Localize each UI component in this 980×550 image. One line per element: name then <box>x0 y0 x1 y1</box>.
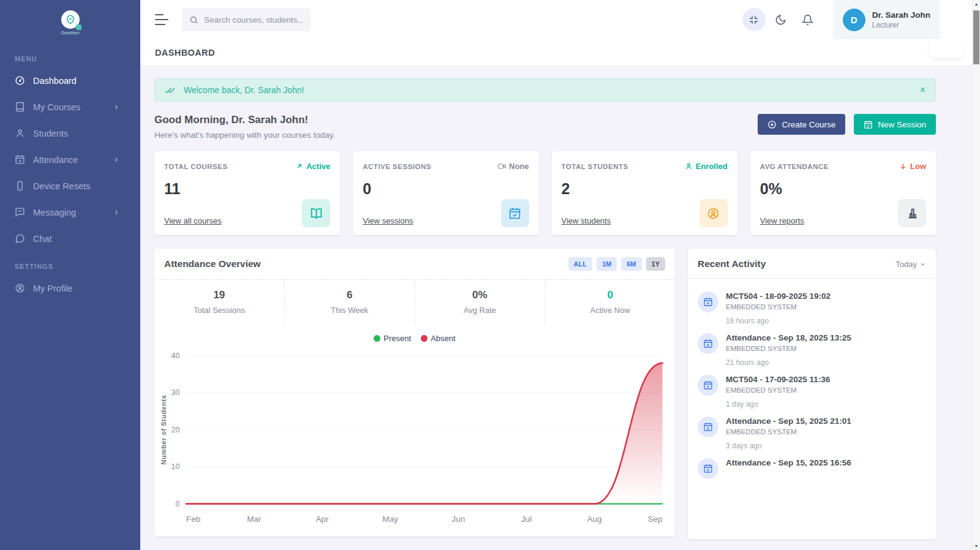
scroll-up-arrow[interactable]: ▲ <box>973 2 980 6</box>
dark-mode-toggle-button[interactable] <box>769 8 793 31</box>
view-students-link[interactable]: View students <box>562 216 611 225</box>
chevron-right-icon <box>113 104 120 111</box>
stat-active-now: 0 <box>545 289 675 301</box>
svg-text:Jun: Jun <box>451 514 465 524</box>
legend-label-present: Present <box>383 334 411 343</box>
list-item[interactable]: Attendance - Sep 18, 2025 13:25EMBEDDED … <box>698 325 926 367</box>
svg-text:Apr: Apr <box>316 514 330 524</box>
legend-dot-present <box>374 335 380 342</box>
sidebar-item-messaging[interactable]: Messaging <box>0 199 140 225</box>
sidebar-item-device-resets[interactable]: Device Resets <box>0 173 140 199</box>
logo-text: Geotten <box>61 30 80 36</box>
panel-title: Recent Activity <box>698 258 766 269</box>
dashboard-icon <box>15 75 25 86</box>
book-icon <box>15 102 25 112</box>
user-circle-icon <box>15 283 25 293</box>
message-icon <box>15 207 25 217</box>
close-icon[interactable]: × <box>920 85 925 95</box>
vertical-scrollbar[interactable]: ▲ ▼ <box>972 0 980 550</box>
user-name: Dr. Sarah John <box>872 10 930 20</box>
stat-value: 2 <box>562 180 728 198</box>
svg-text:Aug: Aug <box>587 514 601 524</box>
sidebar-item-chat[interactable]: Chat <box>0 225 140 252</box>
page-content: Welcome back, Dr. Sarah John! × Good Mor… <box>140 66 980 550</box>
svg-text:Jul: Jul <box>521 514 532 524</box>
sidebar-item-students[interactable]: Students <box>0 120 140 146</box>
list-item[interactable]: MCT504 - 17-09-2025 11:36EMBEDDED SYSTEM… <box>698 367 926 409</box>
activity-filter-dropdown[interactable]: Today <box>895 260 926 269</box>
new-session-button[interactable]: New Session <box>854 114 936 135</box>
stat-card-avg-attendance: AVG ATTENDANCE Low 0% View reports <box>750 151 936 235</box>
user-menu[interactable]: D Dr. Sarah John Lecturer <box>833 0 940 39</box>
fullscreen-toggle-button[interactable] <box>742 8 766 31</box>
logo-badge <box>76 24 81 30</box>
scrollbar-thumb[interactable] <box>973 10 979 64</box>
trend-up-icon <box>295 162 303 170</box>
view-sessions-link[interactable]: View sessions <box>363 216 413 225</box>
attendance-chart: 010203040FebMarAprMayJunJulAugSepNumber … <box>154 343 675 530</box>
banner-message: Welcome back, Dr. Sarah John! <box>184 85 304 95</box>
recent-activity-panel: Recent Activity Today MCT504 - 18-09-202… <box>688 249 936 540</box>
video-icon <box>498 162 506 170</box>
panel-title: Attendance Overview <box>164 258 261 269</box>
list-item[interactable]: MCT504 - 18-09-2025 19:02EMBEDDED SYSTEM… <box>698 284 926 325</box>
stat-cards-row: TOTAL COURSES Active 11 View all courses <box>154 151 936 235</box>
logo-pin-icon <box>61 10 80 29</box>
svg-text:Sep: Sep <box>647 514 662 524</box>
legend-label-absent: Absent <box>431 334 455 343</box>
stat-card-active-sessions: ACTIVE SESSIONS None 0 View sessions <box>353 151 538 235</box>
tab-all[interactable]: ALL <box>568 257 592 271</box>
status-badge: Low <box>899 162 926 171</box>
page-title-bar: DASHBOARD <box>140 39 980 66</box>
sidebar-item-dashboard[interactable]: Dashboard <box>0 67 140 94</box>
scroll-down-arrow[interactable]: ▼ <box>973 544 980 548</box>
device-icon <box>15 181 25 191</box>
svg-text:Number of Students: Number of Students <box>160 395 167 465</box>
user-icon <box>685 162 693 170</box>
sidebar-item-attendance[interactable]: Attendance <box>0 146 140 173</box>
create-course-button[interactable]: Create Course <box>758 114 845 135</box>
dashboard-main-row: Attendance Overview ALL 1M 6M 1Y 19Total… <box>154 249 936 540</box>
user-dropdown-stub <box>930 39 964 58</box>
stat-avg-rate: 0% <box>415 289 545 301</box>
sidebar-item-my-courses[interactable]: My Courses <box>0 94 140 120</box>
search-icon <box>189 15 198 24</box>
stat-total-sessions: 19 <box>154 289 284 301</box>
hamburger-menu-icon[interactable] <box>155 14 168 25</box>
double-check-icon <box>165 85 175 96</box>
notifications-button[interactable] <box>796 8 820 31</box>
app-window: Geotten MENU Dashboard My Courses Studen… <box>0 0 980 550</box>
arrow-down-icon <box>899 162 907 170</box>
stat-label: TOTAL STUDENTS <box>562 163 628 170</box>
greeting-subtitle: Here's what's happening with your course… <box>154 130 335 140</box>
plus-circle-icon <box>767 120 777 129</box>
area-chart-svg: 010203040FebMarAprMayJunJulAugSepNumber … <box>158 344 669 530</box>
tab-1y[interactable]: 1Y <box>646 257 665 271</box>
tab-6m[interactable]: 6M <box>621 257 641 271</box>
tab-1m[interactable]: 1M <box>597 257 617 271</box>
chevron-down-icon <box>919 261 926 268</box>
bar-chart-icon <box>898 199 926 227</box>
calendar-check-icon <box>15 154 25 165</box>
svg-text:20: 20 <box>172 426 180 434</box>
bell-icon <box>802 14 813 26</box>
app-logo[interactable]: Geotten <box>0 0 140 39</box>
calendar-check-icon <box>698 416 718 437</box>
list-item[interactable]: Attendance - Sep 15, 2025 21:01EMBEDDED … <box>698 409 926 450</box>
status-badge: Enrolled <box>685 162 728 171</box>
compress-icon <box>748 14 760 26</box>
calendar-check-icon <box>698 292 718 312</box>
stat-card-total-students: TOTAL STUDENTS Enrolled 2 View students <box>552 151 737 235</box>
stat-card-total-courses: TOTAL COURSES Active 11 View all courses <box>154 151 340 235</box>
sidebar-item-my-profile[interactable]: My Profile <box>0 275 140 301</box>
moon-icon <box>775 14 786 26</box>
list-item[interactable]: Attendance - Sep 15, 2025 16:56 <box>698 450 926 479</box>
search-input[interactable] <box>204 15 303 24</box>
avatar: D <box>843 9 865 31</box>
view-reports-link[interactable]: View reports <box>760 216 804 225</box>
view-all-courses-link[interactable]: View all courses <box>164 216 222 225</box>
svg-text:Feb: Feb <box>186 514 200 524</box>
main-area: D Dr. Sarah John Lecturer DASHBOARD Welc… <box>140 0 980 550</box>
sidebar-section-menu: MENU <box>0 55 140 62</box>
topbar: D Dr. Sarah John Lecturer <box>140 0 980 39</box>
